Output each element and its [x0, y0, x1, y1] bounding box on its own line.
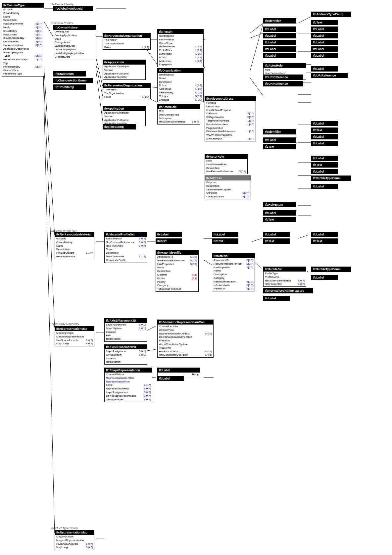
ifcLabel-rc11-box: IfcLabel: [311, 169, 338, 174]
ifcLabel-2-header: IfcLabel: [264, 33, 296, 38]
ifcMaterial-body: AssociatedToS[0:?] HasExternalReferences…: [212, 258, 255, 291]
ifcLabel-rc10-box: IfcLabel: [311, 156, 338, 161]
ifcAxis2Placement2D-body: LayerAssignmentS[0:1] StyledByItemS[0:1]…: [105, 349, 147, 364]
ifcColumnType-header: IfcColumnType: [2, 3, 44, 8]
ifcText-rc2-box: IfcText: [311, 127, 338, 133]
ifcText-rc3-box: IfcText: [311, 162, 338, 168]
ifcProfileDef-body: ProfileType ProfileName HasExternalRefer…: [264, 272, 306, 286]
ifcRepresentationMap-tbg-body: MappingOrigin MappedRepresentation HasSh…: [55, 331, 94, 346]
ifcLabel-mat3-header: IfcLabel: [264, 232, 289, 237]
ifcLabel-rc9-box: IfcLabel: [311, 141, 338, 146]
ifcGloballyUniqueId-box: IfcGloballyUniqueId: [53, 6, 93, 11]
ifcGeometricRepresentationCon-header: IfcGeometricRepresentationCon: [158, 320, 213, 325]
ifcLabel-5-header: IfcLabel: [264, 53, 296, 58]
ifcLabel-rc2-box: IfcLabel: [311, 33, 338, 38]
ifcRepresentationMap-tbg-box: IfcRepresentationMap MappingOrigin Mappe…: [55, 326, 94, 346]
ifcActorRole-top-header: IfcActorRole: [158, 105, 200, 109]
ifcApplication-bot-body: ApplicationDeveloper Version Application…: [103, 111, 145, 126]
ifcAxis2Placement2D-box: IfcAxis2Placement2D LayerAssignmentS[0:1…: [104, 344, 147, 365]
svg-line-39: [252, 238, 262, 242]
ifcText-mat2-box: IfcText: [212, 238, 238, 244]
ifcPerson-box: IfcPerson Identification FamilyName Give…: [157, 29, 204, 67]
ifcLabel-mid-box: IfcLabel: [263, 137, 296, 143]
ifcActorRole-top-box: IfcActorRole Role UserDefinedRole Descri…: [157, 104, 200, 125]
ifcPerson-body: Identification FamilyName GivenName Midd…: [158, 34, 203, 67]
ifcTimeStamp-top-box: IfcTimeStamp: [53, 84, 86, 90]
ifcAddress-box: IfcAddress Purpose Description UserDefin…: [205, 176, 251, 199]
ifcURIReference-rc-box: IfcURIReference: [311, 73, 348, 78]
ifcLabel-rc12-header: IfcLabel: [312, 184, 337, 189]
ifcLabel-mat3-box: IfcLabel: [263, 232, 290, 237]
ifcTelecomAddress-body: Purpose Description UserDefinedPurpose O…: [205, 101, 256, 141]
svg-line-9: [96, 71, 103, 121]
ifcIdentifier-top-header: IfcIdentifier: [264, 19, 296, 23]
ifcProfileTypeEnum-mat-box: IfcProfileTypeEnum: [311, 267, 351, 272]
ifcRoleEnum-box: IfcRoleEnum: [263, 202, 296, 207]
ifcLabel-2-box: IfcLabel: [263, 33, 296, 38]
ifcLabel-rc8-box: IfcLabel: [311, 134, 338, 139]
ifcLabel-rc5-box: IfcLabel: [311, 53, 338, 58]
ifcMaterial-box: IfcMaterial AssociatedToS[0:?] HasExtern…: [212, 253, 255, 291]
ifcShapeRepresentation-header: IfcShapeRepresentation: [105, 368, 152, 373]
ifcLabel-rc8-header: IfcLabel: [312, 134, 337, 139]
ifcStateEnum-header: IfcStateEnum: [53, 72, 86, 76]
ifcAxis2Placement3D-header: IfcAxis2Placement3D: [105, 318, 147, 323]
ifcLabel-tbg-header: IfcLabel: [158, 376, 183, 381]
ifcNormalisedRatioMeasure-box: IfcNormalisedRatioMeasure: [263, 288, 313, 293]
ifcStateEnum-box: IfcStateEnum: [53, 71, 86, 76]
ifcURIReference-1-header: IfcURIReference: [264, 75, 303, 79]
ifcLabel-mid-header: IfcLabel: [264, 138, 296, 142]
ifcPersonAndOrg-bot-box: IfcPersonAndOrganization ThePerson TheOr…: [103, 83, 151, 99]
ifcApplication-top-body: ApplicationDeveloper Version Application…: [103, 65, 145, 79]
ifcActorRole-mid-header: IfcActorRole: [264, 63, 306, 68]
ifcProfileDef-box: IfcProfileDef ProfileType ProfileName Ha…: [263, 267, 306, 287]
ifcOrganization-header: IfcOrganization: [158, 68, 203, 73]
ifcApplication-bot-header: IfcApplication: [103, 106, 145, 111]
ifcRepresentationMap-pts-box: IfcRepresentationMap MappingOrigin Mappe…: [55, 530, 94, 550]
ifcURIReference-1-box: IfcURIReference: [263, 75, 303, 80]
ifcText-rc1-header: IfcText: [312, 20, 337, 25]
ifcPersonAndOrg-top-body: ThePerson TheOrganization RolesL[1:?]: [103, 38, 150, 49]
ifcLabel-mat1-header: IfcLabel: [156, 232, 182, 237]
ifcIdentifier-top-box: IfcIdentifier: [263, 18, 296, 24]
ifcRepresentationMap-tbg-header: IfcRepresentationMap: [55, 327, 94, 331]
ifcMaterialProfile-box: IfcMaterialProfile AssociatedToS[0:?] Ha…: [156, 250, 199, 292]
ifcLabel-rc5-header: IfcLabel: [312, 53, 337, 58]
ifcAddressTypeEnum-box: IfcAddressTypeEnum: [311, 12, 351, 17]
svg-line-19: [250, 23, 263, 71]
ifcRepresentationMap-pts-body: MappingOrigin MappedRepresentation HasSh…: [55, 535, 94, 550]
svg-line-11: [146, 48, 157, 65]
ifcText-mat1-header: IfcText: [156, 239, 182, 243]
ifcProfileDef-header: IfcProfileDef: [264, 267, 306, 272]
svg-line-41: [298, 235, 308, 238]
ifcLabel-mat6-header: IfcLabel: [312, 275, 337, 280]
svg-line-8: [96, 65, 103, 96]
ifcMaterialProfileSet-header: IfcMaterialProfileSet: [105, 232, 147, 237]
ifcLabel-mat4-box: IfcLabel: [311, 232, 338, 237]
ifcRelAssociatesMaterial-box: IfcRelAssociatesMaterial GlobalId OwnerH…: [55, 232, 94, 259]
ifcAddressTypeEnum-header: IfcAddressTypeEnum: [312, 12, 351, 17]
ifcRelAssociatesMaterial-header: IfcRelAssociatesMaterial: [55, 232, 94, 237]
ifcText-bot-box: IfcText: [263, 217, 296, 222]
ifcText-mat3-header: IfcText: [264, 239, 289, 243]
ifcTimeStamp-bot-header: IfcTimeStamp: [103, 125, 135, 129]
product-type-shape-label: Product Type Shape: [51, 527, 78, 530]
ifcText-mat2-header: IfcText: [212, 239, 238, 243]
ifcColumnType-box: IfcColumnType GlobalId OwnerHistory Name…: [2, 3, 44, 76]
svg-line-20: [298, 17, 311, 23]
ifcText-rc2-header: IfcText: [312, 128, 337, 132]
ifcLabel-rc4-header: IfcLabel: [312, 47, 337, 51]
ifcRelAssociatesMaterial-body: GlobalId OwnerHistory Name Description R…: [55, 237, 94, 259]
svg-line-4: [43, 63, 55, 533]
ifcText-rc3-header: IfcText: [312, 163, 337, 167]
ifcIdentifier-mid-box: IfcIdentifier: [263, 129, 296, 134]
svg-line-16: [250, 23, 263, 33]
ifcOrganization-box: IfcOrganization Identification Name Desc…: [157, 68, 204, 102]
ifcShapeRepresentation-box: IfcShapeRepresentation ContextOfItems Re…: [104, 368, 152, 402]
ifcOrganization-body: Identification Name Description RolesL[1…: [158, 73, 203, 102]
ifcRepresentationMap-pts-header: IfcRepresentationMap: [55, 530, 94, 535]
ifcChangeActionEnum-box: IfcChangeActionEnum: [53, 78, 93, 83]
ifcAddress-header: IfcAddress: [205, 176, 251, 180]
ifcPersonAndOrg-top-header: IfcPersonAndOrganization: [103, 33, 150, 38]
ifcTelecomAddress-header: IfcTelecomAddress: [205, 96, 256, 101]
